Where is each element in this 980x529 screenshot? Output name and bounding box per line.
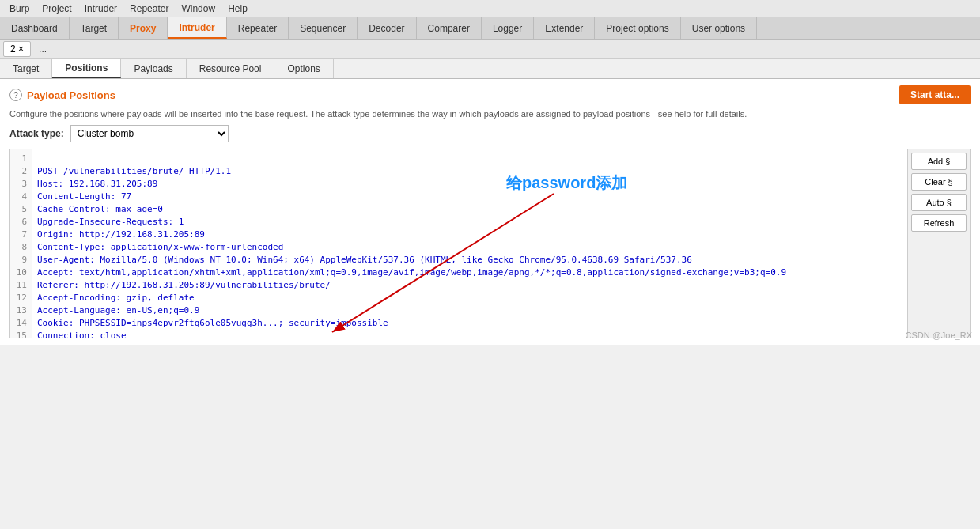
right-buttons-panel: Add § Clear § Auto § Refresh <box>908 149 971 338</box>
refresh-button[interactable]: Refresh <box>911 214 967 232</box>
tab-proxy[interactable]: Proxy <box>119 17 168 39</box>
tab-options[interactable]: Options <box>274 59 333 78</box>
menu-project[interactable]: Project <box>36 2 78 16</box>
attack-type-select[interactable]: Sniper Battering ram Pitchfork Cluster b… <box>70 125 229 142</box>
tab-target[interactable]: Target <box>70 17 119 39</box>
tab-dashboard[interactable]: Dashboard <box>0 17 70 39</box>
tab-comparer[interactable]: Comparer <box>417 17 482 39</box>
tab-extender[interactable]: Extender <box>534 17 595 39</box>
more-tabs-button[interactable]: ... <box>34 43 51 55</box>
main-content: ? Payload Positions Start atta... Config… <box>0 79 980 345</box>
intruder-tab-2[interactable]: 2 × <box>3 41 31 57</box>
tab-target-inner[interactable]: Target <box>0 59 52 78</box>
tab-decoder[interactable]: Decoder <box>358 17 416 39</box>
menu-help[interactable]: Help <box>221 2 254 16</box>
tab-intruder[interactable]: Intruder <box>168 17 226 39</box>
tab-logger[interactable]: Logger <box>482 17 534 39</box>
request-body[interactable]: POST /vulnerabilities/brute/ HTTP/1.1 Ho… <box>32 149 907 338</box>
attack-type-label: Attack type: <box>9 128 64 139</box>
tab-payloads[interactable]: Payloads <box>121 59 186 78</box>
tab-sequencer[interactable]: Sequencer <box>289 17 358 39</box>
add-payload-marker-button[interactable]: Add § <box>911 153 967 170</box>
tab-repeater[interactable]: Repeater <box>227 17 289 39</box>
auto-payload-marker-button[interactable]: Auto § <box>911 194 967 211</box>
clear-payload-marker-button[interactable]: Clear § <box>911 173 967 191</box>
help-icon[interactable]: ? <box>9 89 22 101</box>
editor-row: 12345 678910 1112131415 16 POST /vulnera… <box>9 149 971 338</box>
inner-tab-bar: Target Positions Payloads Resource Pool … <box>0 59 980 79</box>
menu-repeater[interactable]: Repeater <box>123 2 175 16</box>
menu-window[interactable]: Window <box>175 2 221 16</box>
menu-bar: Burp Project Intruder Repeater Window He… <box>0 0 980 17</box>
line-numbers: 12345 678910 1112131415 16 <box>10 149 32 338</box>
section-header: ? Payload Positions Start atta... <box>9 85 971 104</box>
main-tab-bar: Dashboard Target Proxy Intruder Repeater… <box>0 17 980 40</box>
tab-user-options[interactable]: User options <box>681 17 757 39</box>
menu-burp[interactable]: Burp <box>3 2 36 16</box>
description-text: Configure the positions where payloads w… <box>9 109 971 119</box>
start-attack-button[interactable]: Start atta... <box>899 85 971 104</box>
tab-resource-pool[interactable]: Resource Pool <box>187 59 275 78</box>
tab-positions[interactable]: Positions <box>52 59 121 78</box>
sub-tab-bar: 2 × ... <box>0 40 980 59</box>
menu-intruder[interactable]: Intruder <box>78 2 123 16</box>
section-title: Payload Positions <box>27 89 115 101</box>
request-editor: 12345 678910 1112131415 16 POST /vulnera… <box>9 149 908 338</box>
csdn-watermark: CSDN @Joe_RX <box>905 331 972 340</box>
tab-project-options[interactable]: Project options <box>595 17 680 39</box>
attack-type-row: Attack type: Sniper Battering ram Pitchf… <box>9 125 971 142</box>
